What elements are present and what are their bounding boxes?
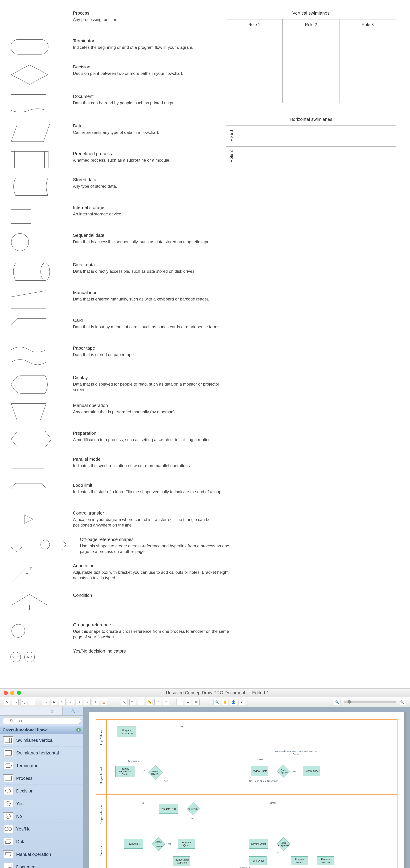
edge-label: Yes: [168, 842, 172, 845]
node-prep-rfq[interactable]: Prepare Request for Quote: [115, 766, 135, 777]
edge-label: Dispatch Advice: [239, 867, 254, 868]
connector-tool-2[interactable]: ↳: [51, 699, 57, 705]
lib-item-document[interactable]: Document: [0, 861, 83, 868]
measure-tool[interactable]: 📏: [146, 699, 153, 705]
edge-label: No, Send Quote Response: [249, 780, 278, 782]
shape-manual-input: Manual inputData that is entered manuall…: [10, 290, 400, 309]
svg-marker-27: [54, 539, 66, 550]
lib-item-manual-op[interactable]: Manual operation: [0, 848, 83, 861]
tab-grid[interactable]: ▦: [42, 707, 63, 715]
node-quote-accept[interactable]: Quote Acceptable?: [277, 765, 290, 778]
edge-label: Quote: [256, 758, 263, 761]
lib-item-yes[interactable]: YESYes: [0, 797, 83, 810]
brush-tool[interactable]: 🖌: [238, 699, 245, 705]
node-review-quote-resp[interactable]: Review Quote Response: [173, 856, 190, 866]
node-eval-rfq[interactable]: Evaluate RFQ: [159, 804, 178, 814]
shape-title: Annotation: [73, 563, 229, 568]
search-input[interactable]: [3, 717, 81, 724]
lib-item-terminator[interactable]: Terminator: [0, 759, 83, 772]
tab-search[interactable]: 🔍: [62, 707, 83, 715]
zoom-icon[interactable]: [17, 691, 21, 695]
canvas[interactable]: Ship Officer Buyer Agent Superintendent …: [89, 712, 405, 868]
search-tool[interactable]: 🔍: [213, 699, 220, 705]
node-review-rfq[interactable]: Review RFQ: [124, 839, 143, 848]
shape-desc: Adjustable text box with bracket you can…: [73, 569, 229, 581]
crop-tool[interactable]: ✂: [154, 699, 161, 705]
connector-tool-5[interactable]: ⇢: [76, 699, 82, 705]
node-recv-payment[interactable]: Receive Payment: [317, 856, 334, 865]
node-prep-order[interactable]: Prepare Order: [303, 766, 320, 776]
svg-marker-3: [11, 124, 50, 142]
cursor-tool[interactable]: ↖: [4, 699, 10, 705]
zoom-in-button[interactable]: 🔍+: [400, 699, 406, 705]
shape-desc: Use this shape to create a cross-referen…: [73, 629, 229, 640]
line-tool[interactable]: ＼: [121, 699, 128, 705]
curve-tool[interactable]: 〰: [129, 699, 136, 705]
titlebar: Unsaved ConceptDraw PRO Document — Edite…: [0, 688, 410, 697]
node-prep-req[interactable]: Prepare Requisition: [117, 726, 136, 737]
svg-line-28: [12, 568, 26, 582]
library-header[interactable]: Cross-functional flowc...i: [0, 726, 83, 734]
offpage-arrow-icon: [53, 538, 66, 552]
hand-tool[interactable]: ✋: [222, 699, 229, 705]
role-header: Role 2: [283, 20, 339, 30]
node-prep-invoice[interactable]: Prepare Invoice: [291, 856, 308, 865]
node-fulfill[interactable]: Fulfill Order: [249, 856, 266, 865]
user-tool[interactable]: 👤: [230, 699, 237, 705]
condition-icon: [10, 593, 49, 614]
role-header: Role 2: [229, 150, 234, 162]
arc-tool[interactable]: ⌒: [138, 699, 144, 705]
lib-item-decision[interactable]: Decision: [0, 785, 83, 797]
connector-tool-3[interactable]: ⤷: [59, 699, 65, 705]
node-review-quote[interactable]: Review Quote: [251, 766, 268, 776]
insert-tool[interactable]: +: [92, 699, 99, 705]
connector-tool-6[interactable]: ⇣: [84, 699, 90, 705]
lane-buyer-agent: Requisition Prepare Request for Quote RF…: [107, 757, 397, 795]
clipboard-tool[interactable]: 📋: [100, 699, 107, 705]
svg-marker-30: [12, 594, 47, 605]
connector-tool[interactable]: ↘: [42, 699, 49, 705]
minimize-icon[interactable]: [10, 691, 14, 695]
lib-item-yesno[interactable]: Yes/No: [0, 823, 83, 835]
yes-indicator-icon: YES: [10, 652, 21, 662]
lib-item-process[interactable]: Process: [0, 772, 83, 785]
decision-icon: [10, 64, 49, 85]
node-review-order[interactable]: Review Order: [249, 839, 268, 848]
lib-item-swimlanes-v[interactable]: Swimlanes vertical: [0, 734, 83, 747]
tab-2[interactable]: [21, 707, 42, 715]
search-box[interactable]: [3, 717, 81, 724]
align-tool[interactable]: ⫞: [176, 699, 183, 705]
zoom-slider[interactable]: [344, 701, 396, 703]
window-controls[interactable]: [4, 691, 21, 695]
edge-label: Requisition: [127, 760, 140, 763]
data-icon: [10, 123, 50, 142]
zoom-out-button[interactable]: 🔍-: [334, 699, 341, 705]
terminator-icon: [10, 39, 49, 55]
node-decides-quote[interactable]: Decides to Quote?: [152, 837, 165, 851]
node-needs-review[interactable]: Needs Review?: [148, 766, 163, 780]
connector-tool-4[interactable]: ⤵: [67, 699, 74, 705]
group-tool[interactable]: ⧉: [193, 699, 200, 705]
node-prep-quote[interactable]: Prepare Quote: [178, 839, 195, 848]
lib-item-swimlanes-h[interactable]: Swimlanes horizontal: [0, 747, 83, 759]
rect-tool[interactable]: ▭: [12, 699, 19, 705]
lib-item-data[interactable]: Data: [0, 835, 83, 848]
yes-small-icon: YES: [3, 800, 13, 807]
shape-desc: An internal storage device.: [73, 211, 229, 217]
svg-rect-25: [26, 539, 36, 550]
text-tool[interactable]: T: [29, 699, 35, 705]
shape-card: CardData that is input by means of cards…: [10, 318, 400, 337]
close-icon[interactable]: [4, 691, 8, 695]
lib-item-no[interactable]: NONo: [0, 810, 83, 823]
tab-1[interactable]: [0, 707, 21, 715]
ellipse-tool[interactable]: ◯: [20, 699, 27, 705]
horizontal-swimlanes-title: Horizontal swimlanes: [226, 117, 396, 122]
node-order-accept[interactable]: Order Acceptable?: [277, 837, 290, 851]
node-tool[interactable]: ◇: [163, 699, 169, 705]
svg-marker-2: [11, 65, 48, 84]
distribute-tool[interactable]: ⫠: [185, 699, 191, 705]
node-approved[interactable]: Approved?: [186, 802, 200, 816]
shape-yesno: YES NO Yes/No decision indicators: [10, 648, 400, 666]
shape-desc: Any type of stored data.: [73, 184, 229, 189]
info-icon[interactable]: i: [76, 727, 81, 733]
